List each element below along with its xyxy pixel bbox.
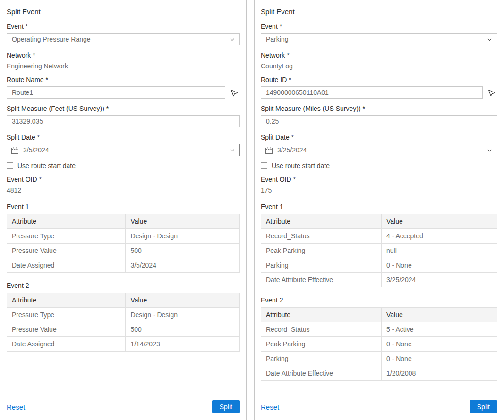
use-route-start-date-row: Use route start date — [7, 162, 240, 169]
value-header: Value — [126, 214, 240, 229]
panel-title: Split Event — [261, 8, 497, 16]
split-measure-input[interactable] — [261, 115, 497, 127]
attribute-header: Attribute — [261, 214, 382, 229]
split-event-panel-right: Split Event Event * Parking Network * Co… — [254, 0, 504, 420]
table-row: Peak Parking 0 - None — [261, 337, 497, 352]
route-id-input[interactable] — [261, 86, 483, 99]
table-cell-attribute: Parking — [261, 352, 382, 366]
table-cell-attribute: Date Assigned — [7, 337, 126, 352]
table-header-row: Attribute Value — [261, 214, 497, 229]
table-cell-value: 0 - None — [382, 352, 497, 366]
split-date-label: Split Date * — [7, 134, 240, 141]
table-cell-attribute: Date Attribute Effective — [261, 366, 382, 381]
table-row: Pressure Type Design - Design — [7, 308, 240, 322]
route-row — [7, 86, 240, 99]
reset-link[interactable]: Reset — [7, 403, 25, 411]
table-cell-value: 500 — [126, 244, 240, 258]
split-date-label: Split Date * — [261, 134, 497, 141]
route-picker-button[interactable] — [486, 87, 497, 98]
route-picker-button[interactable] — [229, 87, 240, 98]
table-cell-value: null — [382, 244, 497, 258]
cursor-icon — [230, 88, 239, 97]
event-label: Event * — [261, 23, 497, 30]
table-cell-value: 4 - Accepted — [382, 229, 497, 244]
use-route-start-date-checkbox[interactable] — [7, 162, 13, 169]
table-row: Date Attribute Effective 3/25/2024 — [261, 273, 497, 287]
table-cell-value: Design - Design — [126, 308, 240, 322]
event-select-value: Operating Pressure Range — [12, 35, 91, 43]
table-row: Date Assigned 1/14/2023 — [7, 337, 240, 352]
table-header-row: Attribute Value — [7, 293, 240, 308]
table-cell-value: Design - Design — [126, 229, 240, 244]
split-measure-label: Split Measure (Feet (US Survey)) * — [7, 105, 240, 112]
table-row: Parking 0 - None — [261, 352, 497, 366]
cursor-icon — [487, 88, 496, 97]
event-1-table: Attribute Value Record_Status 4 - Accept… — [261, 214, 497, 287]
panel-footer: Reset Split — [261, 400, 497, 413]
table-cell-attribute: Record_Status — [261, 229, 382, 244]
network-label: Network * — [7, 51, 240, 59]
value-header: Value — [382, 308, 497, 322]
value-header: Value — [126, 293, 240, 308]
calendar-icon — [11, 146, 19, 154]
split-date-picker[interactable]: 3/5/2024 — [7, 144, 240, 156]
reset-link[interactable]: Reset — [261, 403, 279, 411]
chevron-down-icon — [229, 36, 235, 42]
table-row: Pressure Value 500 — [7, 322, 240, 337]
table-row: Pressure Type Design - Design — [7, 229, 240, 244]
table-cell-value: 0 - None — [382, 258, 497, 273]
event-1-section-title: Event 1 — [7, 203, 240, 210]
table-cell-value: 5 - Active — [382, 322, 497, 337]
attribute-header: Attribute — [7, 293, 126, 308]
split-event-panel-left: Split Event Event * Operating Pressure R… — [0, 0, 247, 420]
event-label: Event * — [7, 23, 240, 30]
use-route-start-date-checkbox[interactable] — [261, 162, 267, 169]
route-row — [261, 86, 497, 99]
table-cell-attribute: Peak Parking — [261, 244, 382, 258]
chevron-down-icon — [487, 36, 493, 42]
table-cell-attribute: Pressure Value — [7, 244, 126, 258]
split-measure-input[interactable] — [7, 115, 240, 127]
event-oid-label: Event OID * — [261, 176, 497, 183]
table-cell-attribute: Date Assigned — [7, 258, 126, 273]
event-1-table: Attribute Value Pressure Type Design - D… — [7, 214, 240, 273]
table-cell-attribute: Record_Status — [261, 322, 382, 337]
table-cell-attribute: Peak Parking — [261, 337, 382, 352]
route-label: Route ID * — [261, 76, 497, 84]
attribute-header: Attribute — [261, 308, 382, 322]
table-row: Pressure Value 500 — [7, 244, 240, 258]
event-2-table: Attribute Value Record_Status 5 - Active… — [261, 307, 497, 381]
table-cell-attribute: Pressure Type — [7, 308, 126, 322]
event-2-section-title: Event 2 — [261, 296, 497, 304]
table-cell-value: 3/5/2024 — [126, 258, 240, 273]
table-header-row: Attribute Value — [261, 308, 497, 322]
split-date-value: 3/25/2024 — [277, 146, 487, 154]
table-cell-value: 0 - None — [382, 337, 497, 352]
event-2-table: Attribute Value Pressure Type Design - D… — [7, 293, 240, 352]
route-name-input[interactable] — [7, 86, 225, 99]
event-2-section-title: Event 2 — [7, 282, 240, 289]
table-cell-attribute: Parking — [261, 258, 382, 273]
table-row: Parking 0 - None — [261, 258, 497, 273]
table-row: Date Attribute Effective 1/20/2008 — [261, 366, 497, 381]
chevron-down-icon — [487, 147, 493, 153]
table-cell-value: 3/25/2024 — [382, 273, 497, 287]
event-1-section-title: Event 1 — [261, 203, 497, 210]
panel-title: Split Event — [7, 8, 240, 16]
split-button[interactable]: Split — [212, 400, 240, 413]
table-cell-value: 500 — [126, 322, 240, 337]
calendar-icon — [265, 146, 273, 154]
network-label: Network * — [261, 51, 497, 59]
table-cell-value: 1/14/2023 — [126, 337, 240, 352]
table-cell-attribute: Pressure Value — [7, 322, 126, 337]
event-select[interactable]: Parking — [261, 33, 497, 45]
split-button[interactable]: Split — [470, 400, 497, 413]
table-row: Record_Status 4 - Accepted — [261, 229, 497, 244]
event-oid-label: Event OID * — [7, 176, 240, 183]
split-date-picker[interactable]: 3/25/2024 — [261, 144, 497, 156]
event-select[interactable]: Operating Pressure Range — [7, 33, 240, 45]
panel-footer: Reset Split — [7, 400, 240, 413]
use-route-start-date-label: Use route start date — [272, 162, 330, 169]
split-date-value: 3/5/2024 — [23, 146, 229, 154]
event-select-value: Parking — [266, 35, 288, 43]
